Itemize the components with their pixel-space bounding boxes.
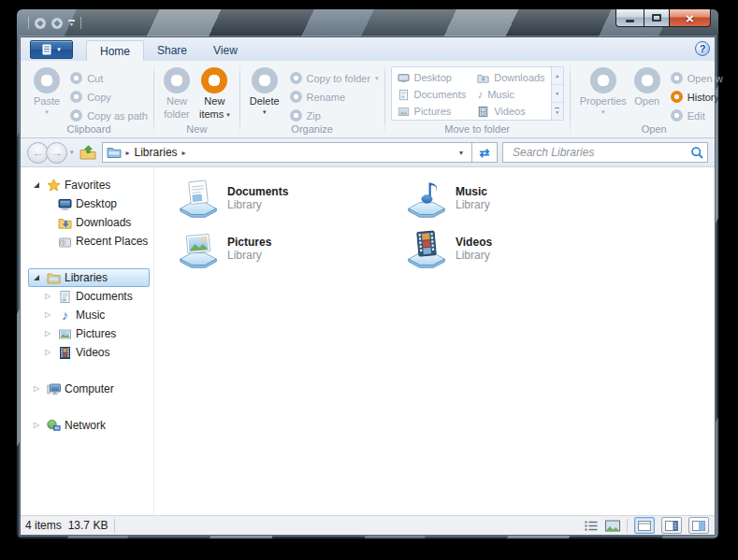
delete-button[interactable]: Delete ▾	[246, 65, 283, 117]
tile-pictures-library[interactable]: Pictures Library	[178, 229, 294, 280]
tab-view[interactable]: View	[200, 40, 251, 61]
expand-collapse-icon[interactable]: ▷	[41, 349, 54, 356]
history-button[interactable]: History	[671, 91, 732, 103]
tab-share[interactable]: Share	[144, 40, 200, 61]
recent-places-label: Recent Places	[76, 235, 148, 248]
sidebar-item-recent-places[interactable]: Recent Places	[21, 232, 153, 251]
breadcrumb-arrow-icon[interactable]: ▸	[126, 149, 130, 157]
edit-icon	[671, 109, 683, 122]
thumbnail-view-button[interactable]	[605, 520, 620, 532]
layout-pane-button-2[interactable]	[661, 517, 682, 534]
pictures-library-icon	[178, 229, 219, 270]
gallery-item-videos[interactable]: Videos	[474, 106, 547, 118]
cut-button[interactable]: Cut	[70, 72, 148, 84]
refresh-button[interactable]: ⇄	[472, 142, 498, 163]
zip-button[interactable]: Zip	[290, 109, 379, 122]
tile-name: Pictures	[227, 236, 271, 249]
gallery-item-desktop[interactable]: Desktop	[395, 72, 470, 84]
properties-icon	[590, 67, 616, 93]
documents-icon	[58, 290, 72, 304]
rename-label: Rename	[307, 92, 346, 103]
file-menu-button[interactable]: ▾	[30, 40, 73, 59]
address-history-dropdown-icon[interactable]: ▾	[455, 149, 468, 157]
cut-label: Cut	[87, 73, 103, 84]
tile-videos-library[interactable]: Videos Library	[406, 229, 514, 280]
gallery-item-music[interactable]: ♪ Music	[474, 89, 547, 100]
music-mini-icon: ♪	[477, 89, 483, 100]
close-button[interactable]: ×	[670, 9, 711, 27]
gallery-more-button[interactable]: ▼	[552, 103, 563, 120]
sidebar-item-music[interactable]: ▷ ♪ Music	[21, 306, 153, 324]
gallery-scrollbar: ▲ ▼ ▼	[551, 67, 563, 120]
copy-as-path-label: Copy as path	[87, 110, 148, 122]
breadcrumb-libraries[interactable]: Libraries	[135, 146, 178, 159]
new-folder-button[interactable]: New folder	[160, 65, 194, 122]
gallery-scroll-down-button[interactable]: ▼	[552, 85, 563, 103]
sidebar-item-pictures[interactable]: ▷ Pictures	[21, 324, 153, 343]
sidebar-item-desktop[interactable]: Desktop	[21, 194, 153, 213]
rename-button[interactable]: Rename	[290, 91, 379, 103]
sidebar-item-network[interactable]: ▷ Network	[21, 416, 153, 435]
breadcrumb-arrow-icon[interactable]: ▸	[182, 149, 186, 157]
gallery-desktop-label: Desktop	[414, 72, 452, 83]
gallery-item-downloads[interactable]: Downloads	[474, 72, 547, 84]
tile-documents-library[interactable]: Documents Library	[178, 179, 311, 229]
tile-type: Library	[227, 198, 288, 212]
window-client-area: ▾ Home Share View ? Paste ▾	[20, 36, 716, 536]
new-items-button[interactable]: New items ▾	[195, 65, 234, 122]
tab-home[interactable]: Home	[86, 40, 144, 61]
address-bar[interactable]: ▸ Libraries ▸ ▾	[102, 142, 472, 163]
search-input[interactable]	[511, 145, 690, 160]
open-button[interactable]: Open	[630, 65, 664, 108]
tile-text: Pictures Library	[227, 229, 271, 263]
maximize-button[interactable]	[644, 9, 670, 27]
layout-pane-button-1[interactable]	[634, 517, 655, 534]
documents-library-icon	[178, 179, 219, 220]
ribbon: Paste ▾ Cut Copy	[21, 61, 715, 138]
sidebar-item-downloads[interactable]: Downloads	[21, 213, 153, 232]
expand-collapse-icon[interactable]: ▷	[41, 330, 54, 337]
details-view-icon	[584, 519, 599, 532]
qat-button-2-icon[interactable]	[51, 18, 63, 29]
sidebar-item-videos[interactable]: ▷	[21, 343, 153, 362]
explorer-window: ▾ × ▾ Home Share	[17, 9, 718, 538]
expand-collapse-icon[interactable]: ▷	[41, 311, 54, 319]
forward-button[interactable]: →	[46, 142, 67, 164]
expand-collapse-icon[interactable]: ▷	[41, 293, 54, 300]
gallery-item-documents[interactable]: Documents	[395, 89, 470, 101]
copy-button[interactable]: Copy	[70, 91, 148, 103]
expand-collapse-icon[interactable]: ▷	[30, 422, 43, 429]
properties-button[interactable]: Properties ▾	[576, 65, 630, 117]
sidebar-item-computer[interactable]: ▷ Computer	[21, 380, 153, 398]
qat-button-1-icon[interactable]	[35, 18, 46, 29]
copy-to-folder-button[interactable]: Copy to folder ▾	[290, 72, 379, 84]
open-with-button[interactable]: Open w	[671, 72, 732, 84]
search-icon[interactable]	[690, 146, 704, 160]
copy-as-path-button[interactable]: Copy as path	[70, 109, 148, 122]
sidebar-item-favorites[interactable]: Favorites	[21, 176, 153, 194]
edit-button[interactable]: Edit	[671, 109, 732, 122]
sidebar-item-libraries[interactable]: Libraries	[21, 268, 153, 287]
gallery-scroll-up-button[interactable]: ▲	[552, 67, 563, 85]
sidebar-item-documents[interactable]: ▷ Documents	[21, 287, 153, 306]
tile-music-library[interactable]: Music Library	[406, 179, 513, 229]
recent-pages-dropdown[interactable]: ▾	[67, 149, 78, 156]
up-one-level-button[interactable]	[78, 142, 98, 163]
paste-button[interactable]: Paste ▾	[30, 65, 64, 117]
copy-to-folder-caret-icon: ▾	[375, 75, 379, 81]
details-view-button[interactable]	[584, 519, 599, 532]
collapsed-arrow-icon: ▷	[45, 349, 51, 356]
help-button[interactable]: ?	[695, 41, 710, 56]
layout-pane-button-3[interactable]	[688, 517, 709, 534]
gallery-item-pictures[interactable]: Pictures	[395, 106, 470, 118]
customize-qat-icon[interactable]: ▾	[68, 20, 75, 27]
statusbar-separator	[114, 519, 115, 533]
screen: { "icons": { "caret_down": "▾", "breadcr…	[0, 0, 738, 560]
file-menu-caret-icon: ▾	[57, 46, 61, 53]
new-items-line2: items ▾	[199, 108, 230, 120]
expand-collapse-icon[interactable]: ▷	[30, 385, 43, 393]
minimize-button[interactable]	[615, 9, 644, 27]
expand-collapse-icon[interactable]	[30, 275, 43, 280]
gallery-downloads-label: Downloads	[494, 72, 544, 83]
expand-collapse-icon[interactable]	[30, 182, 43, 188]
